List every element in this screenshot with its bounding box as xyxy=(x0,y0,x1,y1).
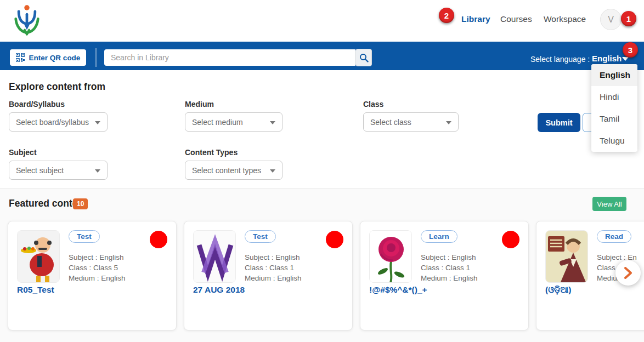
content-type-chip: Read xyxy=(597,230,631,243)
qr-code-icon xyxy=(16,53,25,62)
content-type-chip: Test xyxy=(245,230,276,243)
annotation-marker-1: 1 xyxy=(621,11,636,26)
board-syllabus-label: Board/Syllabus xyxy=(9,100,65,109)
chevron-down-icon xyxy=(95,121,100,124)
nav-workspace[interactable]: Workspace xyxy=(544,14,586,24)
card-thumbnail xyxy=(17,230,60,283)
diksha-logo-icon xyxy=(14,3,39,37)
annotation-marker-3: 3 xyxy=(623,42,638,58)
subject-select-value: Select subject xyxy=(16,166,64,175)
language-option-hindi[interactable]: Hindi xyxy=(591,86,637,108)
chevron-down-icon xyxy=(95,169,100,173)
class-select-value: Select class xyxy=(370,118,411,127)
medium-select[interactable]: Select medium xyxy=(185,112,283,132)
view-all-button[interactable]: View All xyxy=(592,197,626,211)
card-title-link[interactable]: !@#$%^&*()_+ xyxy=(369,285,427,295)
content-types-label: Content Types xyxy=(185,148,238,157)
chevron-down-icon xyxy=(270,121,275,124)
subject-select[interactable]: Select subject xyxy=(9,161,108,180)
card-meta: Subject : English Class : Class 1 Medium… xyxy=(421,252,478,283)
medium-select-value: Select medium xyxy=(192,118,243,127)
content-types-select-value: Select content types xyxy=(192,166,261,175)
chevron-down-icon xyxy=(270,169,275,173)
featured-count-badge: 10 xyxy=(73,198,88,209)
status-dot xyxy=(502,231,519,248)
chevron-down-icon[interactable] xyxy=(622,57,629,61)
card-thumbnail xyxy=(193,230,236,283)
card-title-link[interactable]: R05_Test xyxy=(17,285,54,295)
nav-courses[interactable]: Courses xyxy=(500,14,532,24)
enter-qr-code-button[interactable]: Enter QR code xyxy=(10,49,86,66)
search-input[interactable] xyxy=(104,49,355,66)
card-thumbnail xyxy=(545,230,588,283)
profile-avatar[interactable]: V xyxy=(600,9,622,30)
card-title-link[interactable]: 27 AUG 2018 xyxy=(193,285,245,295)
nav-library[interactable]: Library xyxy=(461,14,490,24)
medium-label: Medium xyxy=(185,100,214,109)
annotation-marker-2: 2 xyxy=(439,8,454,23)
board-select-value: Select board/syllabus xyxy=(16,118,89,127)
select-language-label: Select language : xyxy=(530,55,590,64)
toolbar-divider xyxy=(95,48,97,67)
top-header: Library Courses Workspace V xyxy=(0,0,644,42)
explore-title: Explore content from xyxy=(9,81,105,93)
content-types-select[interactable]: Select content types xyxy=(185,161,283,180)
card-meta: Subject : English Class : Class 5 Medium… xyxy=(69,252,126,283)
content-card[interactable]: Test Subject : English Class : Class 1 M… xyxy=(184,221,353,330)
card-thumbnail xyxy=(369,230,412,283)
card-title-link[interactable]: (ଓଡ଼ିଆ) xyxy=(545,285,572,295)
class-select[interactable]: Select class xyxy=(363,112,459,132)
language-dropdown-menu: English Hindi Tamil Telugu xyxy=(591,64,637,152)
carousel-next-button[interactable] xyxy=(615,260,641,286)
chevron-right-icon xyxy=(623,267,633,279)
content-card[interactable]: Test Subject : English Class : Class 5 M… xyxy=(8,221,177,330)
language-option-telugu[interactable]: Telugu xyxy=(591,130,637,152)
class-label: Class xyxy=(363,100,383,109)
board-syllabus-select[interactable]: Select board/syllabus xyxy=(9,112,108,132)
search-button[interactable] xyxy=(355,49,372,66)
status-dot xyxy=(326,231,343,248)
card-meta: Subject : English Class : Class 1 Medium… xyxy=(245,252,302,283)
search-icon xyxy=(359,53,369,62)
status-dot xyxy=(150,231,167,248)
subject-label: Subject xyxy=(9,148,37,157)
language-selector[interactable]: English xyxy=(592,54,622,63)
submit-button[interactable]: Submit xyxy=(538,113,580,132)
language-option-tamil[interactable]: Tamil xyxy=(591,108,637,130)
content-type-chip: Test xyxy=(69,230,100,243)
chevron-down-icon xyxy=(446,121,451,124)
language-option-english[interactable]: English xyxy=(591,64,637,86)
qr-button-label: Enter QR code xyxy=(29,54,81,62)
library-page: Library Courses Workspace V 2 1 3 Enter … xyxy=(0,0,644,342)
content-card[interactable]: Learn Subject : English Class : Class 1 … xyxy=(360,221,529,330)
content-type-chip: Learn xyxy=(421,230,457,243)
